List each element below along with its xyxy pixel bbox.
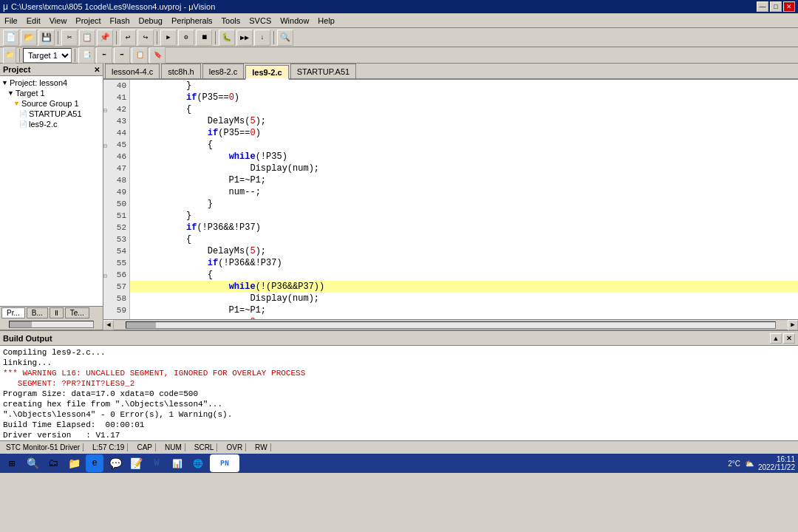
undo-button[interactable]: ↩ [120,30,136,46]
project-panel-close[interactable]: ✕ [94,66,100,74]
new-file-button[interactable]: 📄 [3,30,19,46]
menu-bar: File Edit View Project Flash Debug Perip… [0,13,798,28]
fold-45-icon[interactable]: ⊟ [103,140,107,152]
paste-button[interactable]: 📌 [97,30,113,46]
taskbar-left: ⊞ 🔍 🗂 📁 e 💬 📝 W 📊 🌐 PN [3,454,239,472]
explorer-icon[interactable]: 📁 [65,454,83,472]
toolbar-btn-10[interactable]: ➡ [114,47,130,64]
menu-debug[interactable]: Debug [134,15,167,27]
maximize-button[interactable]: □ [770,1,782,12]
les9-file-icon: 📄 [19,120,27,128]
toolbar-btn-11[interactable]: 📋 [132,47,148,64]
tree-sourcegroup[interactable]: ▼ Source Group 1 [13,98,101,109]
taskview-button[interactable]: 🗂 [44,454,62,472]
code-line-42: { [130,103,798,115]
rebuild-button[interactable]: ⚙ [178,30,194,46]
sep3 [157,31,157,44]
tab-les9-2c[interactable]: les9-2.c [245,65,288,80]
linenum-49: 49 [103,186,129,198]
debug-button[interactable]: 🐛 [219,30,235,46]
hscroll-left-btn[interactable]: ◀ [103,320,114,330]
minimize-button[interactable]: — [757,1,768,12]
tree-les9-2c[interactable]: 📄 les9-2.c [19,119,101,129]
taskbar: ⊞ 🔍 🗂 📁 e 💬 📝 W 📊 🌐 PN 2°C ⛅ 16:11 2022/… [0,454,798,473]
project-button[interactable]: 📁 [3,47,16,64]
menu-help[interactable]: Help [313,15,339,27]
tab-build[interactable]: B... [27,307,48,318]
editor-hscroll[interactable]: ◀ ▶ [103,319,798,330]
menu-edit[interactable]: Edit [22,15,45,27]
linenum-43: 43 [103,115,129,127]
tab-template[interactable]: Te... [65,307,89,318]
code-line-50: } [130,198,798,210]
build-output-panel: Build Output ▲ ✕ Compiling les9-2.c... l… [0,330,798,440]
code-content[interactable]: } if(P35==0) { DelayMs(5); if(P35==0) { … [130,80,798,319]
tab-les8-2c[interactable]: les8-2.c [202,64,245,78]
menu-tools[interactable]: Tools [217,15,245,27]
menu-view[interactable]: View [45,15,72,27]
app5-icon[interactable]: 📊 [168,454,186,472]
taskbar-clock[interactable]: 16:11 2022/11/22 [758,455,795,471]
linenum-54: 54 [103,245,129,257]
tab-debug[interactable]: Ⅱ [50,307,64,318]
toolbar-btn-12[interactable]: 🔖 [149,47,166,64]
toolbar-btn-9[interactable]: ⬅ [96,47,112,64]
menu-svcs[interactable]: SVCS [245,15,276,27]
menu-project[interactable]: Project [71,15,105,27]
status-position: L:57 C:19 [89,443,128,451]
project-panel-title: Project [3,65,30,74]
linenum-46: 46 [103,151,129,163]
code-line-53: { [130,233,798,245]
code-line-43: DelayMs(5); [130,115,798,127]
start-button[interactable]: ⊞ [3,454,21,472]
redo-button[interactable]: ↪ [137,30,154,46]
chat-icon[interactable]: 💬 [106,454,124,472]
pn-icon[interactable]: PN [210,454,239,472]
menu-peripherals[interactable]: Peripherals [167,15,217,27]
tree-startup[interactable]: 📄 STARTUP.A51 [19,109,101,119]
save-button[interactable]: 💾 [38,30,55,46]
menu-flash[interactable]: Flash [106,15,134,27]
taskbar-right: 2°C ⛅ 16:11 2022/11/22 [728,455,795,471]
status-bar: STC Monitor-51 Driver L:57 C:19 CAP NUM … [0,440,798,454]
target1-expand-icon: ▼ [7,89,14,97]
zoom-in-button[interactable]: 🔍 [277,30,293,46]
tree-project-root[interactable]: ▼ Project: lesson4 [1,78,101,88]
open-file-button[interactable]: 📂 [21,30,37,46]
tab-stc8h[interactable]: stc8h.h [161,64,200,78]
code-line-49: num--; [130,186,798,198]
build-button[interactable]: ▶ [160,30,177,46]
hscroll-thumb[interactable] [126,322,156,328]
cut-button[interactable]: ✂ [61,30,78,46]
toolbar-btn-8[interactable]: 📑 [78,47,95,64]
build-panel-close[interactable]: ✕ [783,333,795,344]
close-button[interactable]: ✕ [783,1,795,12]
tab-project[interactable]: Pr... [1,307,25,318]
search-button[interactable]: 🔍 [24,454,41,472]
edge-icon[interactable]: e [86,454,103,472]
tab-lesson4-4c[interactable]: lesson4-4.c [105,64,160,78]
panel-bottom-tabs: Pr... B... Ⅱ Te... [0,306,103,319]
run-button[interactable]: ▶▶ [236,30,253,46]
tree-target1[interactable]: ▼ Target 1 [7,88,101,98]
notepad-icon[interactable]: 📝 [127,454,145,472]
word-icon[interactable]: W [148,454,166,472]
step-button[interactable]: ↓ [254,30,270,46]
project-hscroll[interactable] [0,319,103,330]
taskbar-time: 16:11 [777,455,795,463]
copy-button[interactable]: 📋 [79,30,95,46]
tab-startup-a51[interactable]: STARTUP.A51 [290,64,357,78]
menu-file[interactable]: File [0,15,22,27]
tree-sourcegroup-label: Source Group 1 [21,99,79,108]
hscroll-track[interactable] [126,321,776,329]
fold-42-icon[interactable]: ⊟ [103,105,107,117]
menu-window[interactable]: Window [276,15,313,27]
target-selector[interactable]: Target 1 [23,48,72,63]
hscroll-right-btn[interactable]: ▶ [788,320,798,330]
stop-button[interactable]: ⏹ [196,30,212,46]
linenum-57: 57 [103,281,129,293]
app6-icon[interactable]: 🌐 [189,454,207,472]
fold-56-icon[interactable]: ⊟ [103,270,107,282]
code-line-54: DelayMs(5); [130,245,798,257]
build-panel-expand[interactable]: ▲ [770,333,782,344]
